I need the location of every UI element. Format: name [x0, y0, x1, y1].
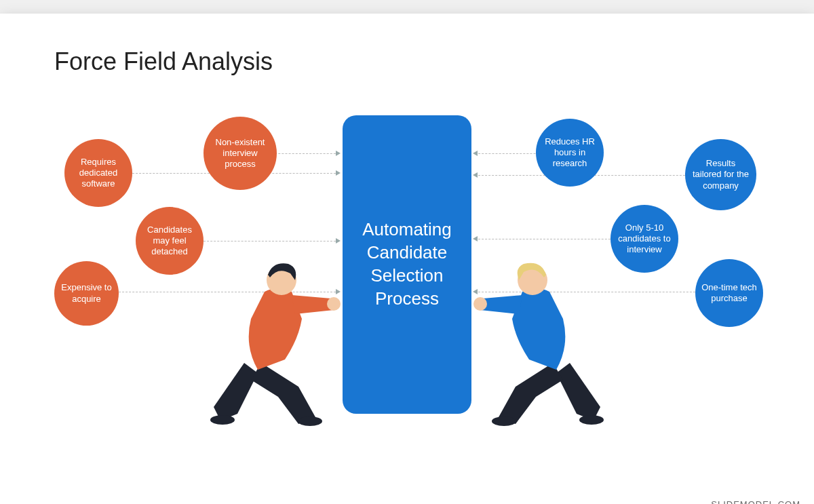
svg-point-0 — [327, 297, 341, 311]
person-pushing-left-icon — [156, 227, 360, 431]
watermark: SLIDEMODEL.COM — [711, 499, 800, 504]
slide: Force Field Analysis Requires dedicated … — [0, 14, 814, 504]
svg-point-6 — [579, 415, 604, 425]
arrow-icon — [473, 151, 478, 156]
driving-bubble: Results tailored for the company — [685, 139, 756, 210]
svg-point-4 — [473, 297, 487, 311]
connector — [268, 153, 339, 154]
restraining-bubble: Expensive to acquire — [54, 261, 119, 326]
arrow-icon — [473, 172, 478, 178]
driving-bubble: Reduces HR hours in research — [536, 119, 604, 187]
svg-point-2 — [210, 415, 235, 425]
restraining-bubble: Requires dedicated software — [64, 139, 132, 207]
svg-point-3 — [298, 416, 322, 426]
center-topic: Automating Candidate Selection Process — [343, 115, 471, 414]
arrow-icon — [336, 151, 341, 156]
arrow-icon — [336, 170, 341, 176]
driving-bubble: One-time tech purchase — [695, 259, 763, 327]
person-pushing-right-icon — [454, 227, 658, 431]
slide-title: Force Field Analysis — [54, 47, 273, 76]
svg-point-7 — [492, 416, 516, 426]
restraining-bubble: Non-existent interview process — [204, 117, 277, 190]
